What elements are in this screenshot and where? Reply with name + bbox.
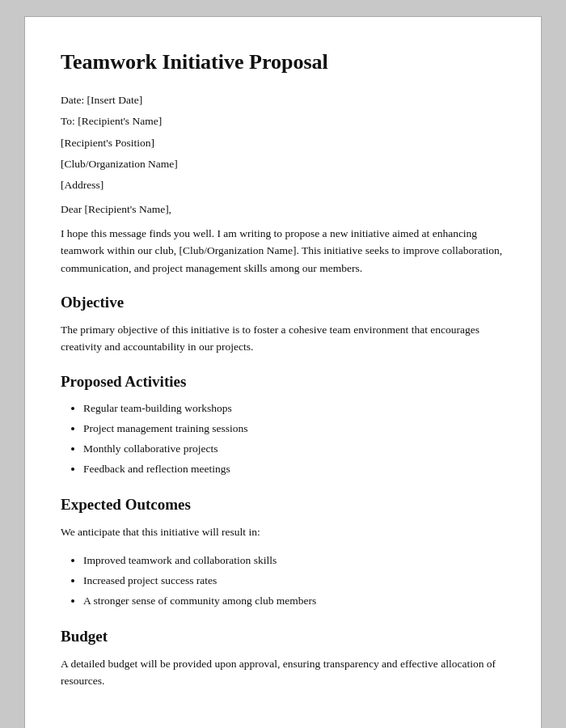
- list-item: Increased project success rates: [83, 572, 505, 590]
- heading-budget: Budget: [61, 625, 505, 649]
- salutation: Dear [Recipient's Name],: [61, 201, 505, 218]
- para-expected-outcomes: We anticipate that this initiative will …: [61, 523, 505, 541]
- document-title: Teamwork Initiative Proposal: [61, 46, 505, 78]
- address-line: [Address]: [61, 177, 505, 193]
- section-proposed-activities: Proposed Activities Regular team-buildin…: [61, 370, 505, 479]
- position-line: [Recipient's Position]: [61, 135, 505, 151]
- org-name-line: [Club/Organization Name]: [61, 156, 505, 172]
- list-expected-outcomes: Improved teamwork and collaboration skil…: [83, 552, 505, 611]
- section-objective: Objective The primary objective of this …: [61, 291, 505, 356]
- heading-proposed-activities: Proposed Activities: [61, 370, 505, 394]
- para-objective: The primary objective of this initiative…: [61, 321, 505, 356]
- section-budget: Budget A detailed budget will be provide…: [61, 625, 505, 690]
- list-item: Project management training sessions: [83, 420, 505, 438]
- section-expected-outcomes: Expected Outcomes We anticipate that thi…: [61, 493, 505, 611]
- to-line: To: [Recipient's Name]: [61, 113, 505, 129]
- list-item: Monthly collaborative projects: [83, 440, 505, 459]
- list-item: Feedback and reflection meetings: [83, 460, 505, 479]
- para-budget: A detailed budget will be provided upon …: [61, 655, 505, 690]
- document-container: Teamwork Initiative Proposal Date: [Inse…: [24, 16, 542, 728]
- heading-objective: Objective: [61, 291, 505, 315]
- list-item: A stronger sense of community among club…: [83, 592, 505, 611]
- date-line: Date: [Insert Date]: [61, 92, 505, 108]
- list-item: Regular team-building workshops: [83, 400, 505, 418]
- list-item: Improved teamwork and collaboration skil…: [83, 552, 505, 570]
- list-proposed-activities: Regular team-building workshops Project …: [83, 400, 505, 479]
- heading-expected-outcomes: Expected Outcomes: [61, 493, 505, 517]
- intro-paragraph: I hope this message finds you well. I am…: [61, 225, 505, 277]
